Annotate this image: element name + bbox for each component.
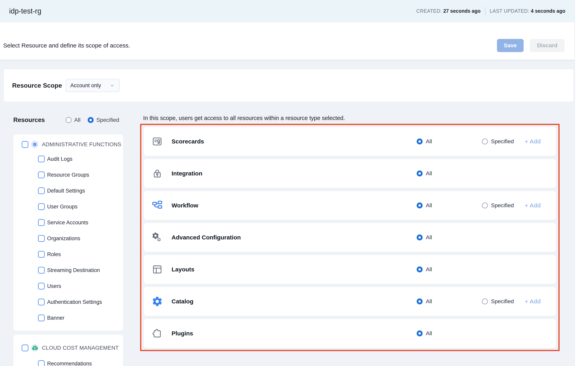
add-button[interactable]: + Add [525,202,541,209]
last-updated-label: LAST UPDATED: [490,8,529,14]
all-radio[interactable] [417,170,423,176]
created-value: 27 seconds ago [443,8,481,14]
add-button[interactable]: + Add [525,298,541,305]
cloud-cost-icon: $ [31,344,38,351]
resource-type-label: Plugins [171,330,193,337]
chevron-down-icon [109,83,115,88]
resource-type-label: Advanced Configuration [171,234,241,241]
item-checkbox[interactable] [38,203,45,210]
item-checkbox[interactable] [38,299,45,305]
resources-specified-radio[interactable] [88,117,94,123]
item-checkbox[interactable] [38,219,45,226]
resource-type-row: Advanced ConfigurationAll [144,223,556,252]
item-checkbox[interactable] [38,360,45,366]
page-header: idp-test-rg CREATED:27 seconds ago LAST … [0,0,574,22]
item-checkbox[interactable] [38,251,45,258]
group-label: CLOUD COST MANAGEMENT [42,345,119,351]
specified-option: Specified [482,202,514,209]
all-radio-label[interactable]: All [426,138,432,145]
item-label: Service Accounts [47,220,88,226]
item-checkbox[interactable] [38,267,45,274]
specified-radio[interactable] [482,202,488,208]
add-button[interactable]: + Add [525,138,541,145]
all-radio[interactable] [417,267,423,272]
resource-types-highlight-box: ScorecardsAllSpecified+ AddIntegrationAl… [140,124,560,351]
all-radio[interactable] [417,235,423,240]
item-checkbox[interactable] [38,187,45,194]
resource-tree-item: Authentication Settings [13,297,123,308]
action-toolbar: Select Resource and define its scope of … [0,22,574,60]
item-label: Streaming Destination [47,267,100,273]
item-label: Organizations [47,236,80,242]
resources-tree-card-administrative: ADMINISTRATIVE FUNCTIONSAudit LogsResour… [13,134,123,331]
save-button[interactable]: Save [497,39,524,52]
item-checkbox[interactable] [38,235,45,242]
main-content-area: idp-test-rg CREATED:27 seconds ago LAST … [0,0,574,366]
resource-tree-item: Resource Groups [13,169,123,180]
group-checkbox[interactable] [22,344,28,351]
item-checkbox[interactable] [38,171,45,178]
all-radio[interactable] [417,330,423,336]
resource-tree-item: Roles [13,249,123,260]
resource-type-row: ScorecardsAllSpecified+ Add [144,127,556,156]
resources-specified-label[interactable]: Specified [96,117,119,123]
all-radio-label[interactable]: All [426,170,432,177]
resource-tree-item: User Groups [13,201,123,212]
item-label: Users [47,283,61,289]
all-radio-label[interactable]: All [426,298,432,305]
specified-radio[interactable] [482,298,488,305]
group-checkbox[interactable] [22,141,28,148]
all-radio[interactable] [417,138,423,145]
item-checkbox[interactable] [38,314,45,321]
item-label: Banner [47,315,64,321]
page-title: idp-test-rg [9,7,41,15]
integration-lock-icon [152,168,163,179]
workflow-icon [152,200,163,211]
resource-scope-dropdown[interactable]: Account only [66,79,120,92]
resource-type-row: PluginsAll [144,319,556,348]
all-radio-label[interactable]: All [426,330,432,337]
resource-group-header: $CLOUD COST MANAGEMENT [13,342,123,353]
item-label: Roles [47,251,61,258]
resources-tree-card-cloud-cost: $CLOUD COST MANAGEMENTRecommendations [13,335,123,366]
specified-radio-label[interactable]: Specified [491,138,514,145]
all-radio-label[interactable]: All [426,202,432,209]
instruction-text: Select Resource and define its scope of … [3,42,130,49]
all-radio[interactable] [417,298,423,305]
meta-info: CREATED:27 seconds ago LAST UPDATED:4 se… [416,7,565,15]
resource-type-row: CatalogAllSpecified+ Add [144,287,556,316]
created-label: CREATED: [416,8,442,14]
specified-radio-label[interactable]: Specified [491,202,514,209]
resources-all-label[interactable]: All [74,117,80,123]
item-label: Default Settings [47,188,85,194]
scope-description: In this scope, users get access to all r… [143,115,345,122]
all-option: All [417,266,432,273]
all-radio-label[interactable]: All [426,266,432,273]
discard-button[interactable]: Discard [530,39,565,52]
svg-text:$: $ [34,347,36,350]
plugins-puzzle-icon [152,328,163,339]
scorecards-icon [152,136,163,147]
resource-type-label: Integration [171,170,202,177]
all-radio[interactable] [417,202,423,208]
resource-tree-item: Streaming Destination [13,265,123,276]
resources-all-radio[interactable] [66,117,71,123]
resource-scope-card: Resource Scope Account only [4,69,573,102]
resource-type-label: Layouts [171,266,194,273]
resource-type-row: IntegrationAll [144,159,556,188]
resource-tree-item: Service Accounts [13,217,123,228]
resource-scope-label: Resource Scope [12,82,62,89]
resources-header: Resources All Specified [13,114,123,126]
item-checkbox[interactable] [38,283,45,290]
all-option: All [417,234,432,241]
resource-tree-item: Audit Logs [13,153,123,165]
all-radio-label[interactable]: All [426,234,432,241]
resource-type-row: WorkflowAllSpecified+ Add [144,191,556,220]
resource-scope-dropdown-value: Account only [70,83,101,89]
specified-radio-label[interactable]: Specified [491,298,514,305]
resource-type-row: LayoutsAll [144,255,556,284]
resource-type-label: Catalog [171,298,193,305]
item-checkbox[interactable] [38,156,45,162]
advanced-configuration-gears-icon [152,232,163,243]
specified-radio[interactable] [482,138,488,145]
